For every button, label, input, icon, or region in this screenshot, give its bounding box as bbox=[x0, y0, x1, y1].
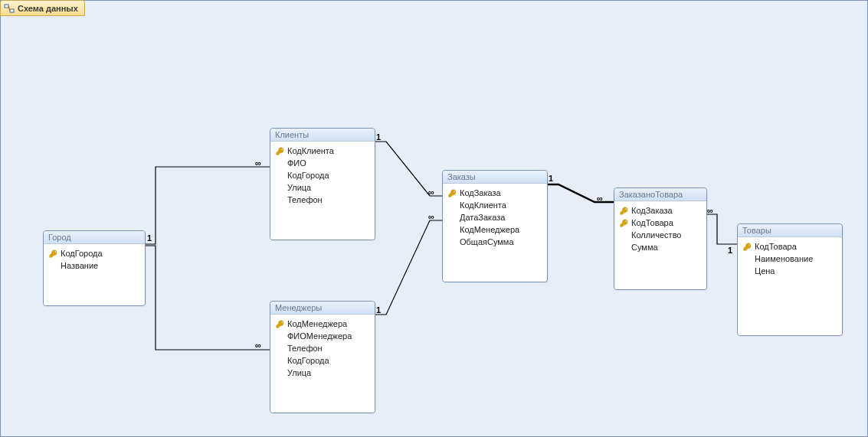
table-title[interactable]: Менеджеры bbox=[270, 302, 375, 315]
field-name: КодТовара bbox=[631, 217, 673, 228]
field-row[interactable]: КодГорода bbox=[44, 247, 145, 259]
cardinality-many: ∞ bbox=[428, 188, 434, 197]
field-row[interactable]: Наименование bbox=[738, 253, 842, 265]
field-row[interactable]: КодТовара bbox=[738, 240, 842, 253]
field-row[interactable]: Название bbox=[44, 259, 145, 272]
table-title[interactable]: Город bbox=[44, 231, 145, 244]
field-row[interactable]: КодГорода bbox=[270, 354, 375, 367]
key-slot-empty bbox=[275, 344, 284, 353]
field-name: КодМенеджера bbox=[287, 318, 347, 329]
primary-key-icon bbox=[447, 188, 457, 197]
field-row[interactable]: ФИО bbox=[270, 157, 375, 169]
field-name: КодМенеджера bbox=[460, 224, 519, 235]
field-name: Колличество bbox=[631, 230, 682, 240]
table-body: КодЗаказаКодКлиентаДатаЗаказаКодМенеджер… bbox=[443, 184, 547, 282]
primary-key-icon bbox=[619, 206, 628, 215]
tab-label: Схема данных bbox=[18, 4, 78, 13]
key-slot-empty bbox=[619, 243, 628, 252]
field-row[interactable]: КодКлиента bbox=[270, 145, 375, 157]
cardinality-many: ∞ bbox=[255, 158, 261, 168]
field-name: Цена bbox=[755, 266, 775, 276]
field-row[interactable]: Улица bbox=[270, 367, 375, 379]
table-tovary[interactable]: Товары КодТовараНаименованиеЦена bbox=[737, 223, 843, 336]
table-body: КодМенеджераФИОМенеджераТелефонКодГорода… bbox=[270, 315, 375, 413]
field-name: КодТовара bbox=[755, 241, 797, 252]
key-slot-empty bbox=[275, 356, 284, 365]
field-name: КодКлиента bbox=[287, 145, 334, 156]
field-row[interactable]: КодМенеджера bbox=[443, 223, 547, 236]
field-row[interactable]: КодТовара bbox=[614, 217, 706, 229]
field-name: Наименование bbox=[755, 253, 813, 264]
key-slot-empty bbox=[447, 225, 457, 234]
field-name: КодГорода bbox=[287, 170, 329, 181]
table-menedzhery[interactable]: Менеджеры КодМенеджераФИОМенеджераТелефо… bbox=[270, 301, 375, 413]
table-title[interactable]: Товары bbox=[738, 224, 842, 237]
svg-rect-1 bbox=[10, 9, 14, 12]
key-slot-empty bbox=[275, 158, 284, 168]
field-name: КодЗаказа bbox=[631, 205, 673, 216]
field-row[interactable]: Колличество bbox=[614, 229, 706, 241]
cardinality-many: ∞ bbox=[597, 194, 603, 203]
key-slot-empty bbox=[447, 201, 457, 210]
field-row[interactable]: КодМенеджера bbox=[270, 318, 375, 330]
key-slot-empty bbox=[275, 331, 284, 341]
table-zakazy[interactable]: Заказы КодЗаказаКодКлиентаДатаЗаказаКодМ… bbox=[442, 170, 548, 282]
cardinality-many: ∞ bbox=[255, 341, 261, 350]
field-name: Телефон bbox=[287, 343, 323, 354]
field-row[interactable]: КодЗаказа bbox=[614, 204, 706, 217]
field-row[interactable]: КодКлиента bbox=[443, 199, 547, 211]
field-name: ФИО bbox=[287, 158, 306, 168]
field-name: КодКлиента bbox=[460, 200, 506, 210]
table-title[interactable]: ЗаказаноТовара bbox=[614, 188, 706, 201]
table-klienty[interactable]: Клиенты КодКлиентаФИОКодГородаУлицаТелеф… bbox=[270, 128, 375, 240]
primary-key-icon bbox=[275, 146, 284, 155]
field-name: Название bbox=[61, 260, 98, 271]
key-slot-empty bbox=[742, 266, 752, 276]
cardinality-many: ∞ bbox=[707, 206, 713, 215]
cardinality-many: ∞ bbox=[428, 212, 434, 221]
field-row[interactable]: Цена bbox=[738, 265, 842, 277]
primary-key-icon bbox=[275, 319, 284, 328]
key-slot-empty bbox=[275, 183, 284, 192]
field-row[interactable]: Сумма bbox=[614, 241, 706, 253]
table-body: КодКлиентаФИОКодГородаУлицаТелефон bbox=[270, 142, 375, 240]
relationships-canvas[interactable]: 1 ∞ ∞ 1 ∞ 1 ∞ 1 ∞ ∞ 1 Город КодГорода bbox=[1, 15, 867, 436]
key-slot-empty bbox=[447, 213, 457, 222]
field-row[interactable]: Улица bbox=[270, 181, 375, 194]
field-name: КодГорода bbox=[61, 248, 103, 259]
key-slot-empty bbox=[447, 237, 457, 246]
primary-key-icon bbox=[48, 249, 57, 258]
field-row[interactable]: ОбщаяСумма bbox=[443, 236, 547, 248]
table-gorod[interactable]: Город КодГородаНазвание bbox=[43, 230, 146, 306]
table-body: КодЗаказаКодТовараКолличествоСумма bbox=[614, 201, 706, 289]
key-slot-empty bbox=[48, 261, 57, 270]
field-name: Телефон bbox=[287, 194, 323, 205]
table-title[interactable]: Клиенты bbox=[270, 129, 375, 142]
cardinality-one: 1 bbox=[549, 174, 553, 183]
cardinality-one: 1 bbox=[376, 132, 381, 142]
field-name: ОбщаяСумма bbox=[460, 236, 514, 247]
workspace: Схема данных 1 ∞ ∞ 1 ∞ 1 ∞ 1 ∞ ∞ bbox=[0, 0, 868, 437]
key-slot-empty bbox=[619, 230, 628, 240]
field-row[interactable]: КодГорода bbox=[270, 169, 375, 181]
tab-schema[interactable]: Схема данных bbox=[0, 0, 85, 16]
field-row[interactable]: КодЗаказа bbox=[443, 187, 547, 199]
primary-key-icon bbox=[742, 242, 752, 251]
field-row[interactable]: ФИОМенеджера bbox=[270, 330, 375, 342]
field-name: ФИОМенеджера bbox=[287, 331, 352, 341]
relationships-icon bbox=[4, 3, 15, 14]
key-slot-empty bbox=[275, 195, 284, 204]
field-row[interactable]: ДатаЗаказа bbox=[443, 211, 547, 223]
cardinality-one: 1 bbox=[147, 233, 152, 243]
field-name: Сумма bbox=[631, 242, 658, 253]
field-name: Улица bbox=[287, 182, 311, 193]
field-row[interactable]: Телефон bbox=[270, 194, 375, 206]
svg-rect-0 bbox=[5, 5, 8, 8]
field-row[interactable]: Телефон bbox=[270, 342, 375, 354]
field-name: КодЗаказа bbox=[460, 188, 501, 198]
field-name: ДатаЗаказа bbox=[460, 212, 505, 223]
table-title[interactable]: Заказы bbox=[443, 171, 547, 184]
table-zakazanotovara[interactable]: ЗаказаноТовара КодЗаказаКодТовараКолличе… bbox=[614, 188, 707, 290]
field-name: КодГорода bbox=[287, 355, 329, 366]
cardinality-one: 1 bbox=[376, 305, 381, 315]
